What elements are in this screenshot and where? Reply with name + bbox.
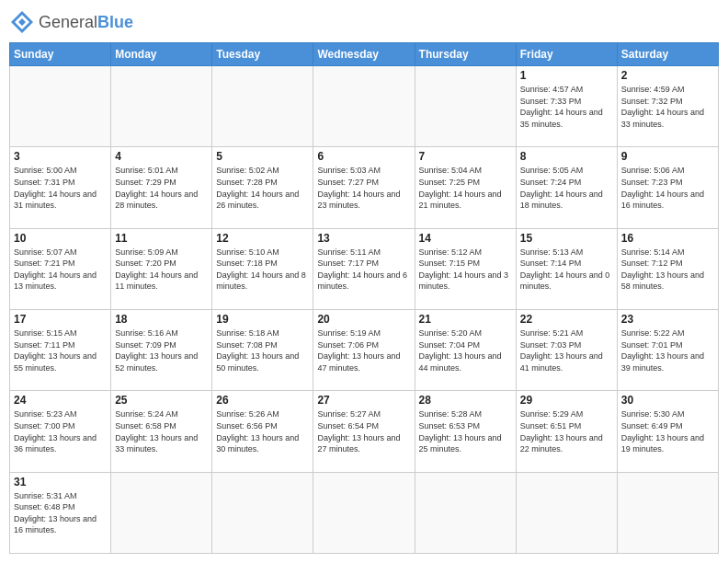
- calendar-week-row: 10Sunrise: 5:07 AM Sunset: 7:21 PM Dayli…: [10, 228, 719, 309]
- calendar-day-cell: 16Sunrise: 5:14 AM Sunset: 7:12 PM Dayli…: [617, 228, 718, 309]
- calendar-day-cell: 31Sunrise: 5:31 AM Sunset: 6:48 PM Dayli…: [10, 472, 111, 553]
- calendar-day-cell: 12Sunrise: 5:10 AM Sunset: 7:18 PM Dayli…: [212, 228, 313, 309]
- calendar-day-cell: 15Sunrise: 5:13 AM Sunset: 7:14 PM Dayli…: [516, 228, 617, 309]
- day-number: 20: [317, 313, 410, 326]
- day-number: 8: [520, 150, 613, 163]
- calendar-header-row: SundayMondayTuesdayWednesdayThursdayFrid…: [10, 43, 719, 66]
- day-info: Sunrise: 5:16 AM Sunset: 7:09 PM Dayligh…: [115, 327, 208, 373]
- calendar-week-row: 24Sunrise: 5:23 AM Sunset: 7:00 PM Dayli…: [10, 391, 719, 472]
- day-number: 23: [621, 313, 714, 326]
- calendar-day-cell: [313, 472, 415, 553]
- day-number: 16: [621, 232, 714, 245]
- day-info: Sunrise: 5:14 AM Sunset: 7:12 PM Dayligh…: [621, 247, 714, 293]
- day-number: 1: [520, 69, 613, 82]
- calendar-day-cell: [516, 472, 617, 553]
- day-number: 13: [317, 232, 410, 245]
- calendar-day-cell: [415, 66, 516, 147]
- day-number: 3: [14, 150, 107, 163]
- day-number: 10: [14, 232, 107, 245]
- calendar-day-cell: 4Sunrise: 5:01 AM Sunset: 7:29 PM Daylig…: [111, 147, 212, 228]
- day-number: 9: [621, 150, 714, 163]
- day-info: Sunrise: 5:22 AM Sunset: 7:01 PM Dayligh…: [621, 327, 714, 373]
- calendar-day-cell: 27Sunrise: 5:27 AM Sunset: 6:54 PM Dayli…: [313, 391, 415, 472]
- day-of-week-header: Tuesday: [212, 43, 313, 66]
- day-of-week-header: Wednesday: [313, 43, 415, 66]
- calendar-day-cell: 24Sunrise: 5:23 AM Sunset: 7:00 PM Dayli…: [10, 391, 111, 472]
- day-info: Sunrise: 5:27 AM Sunset: 6:54 PM Dayligh…: [317, 408, 410, 454]
- day-info: Sunrise: 5:07 AM Sunset: 7:21 PM Dayligh…: [14, 247, 107, 293]
- day-number: 18: [115, 313, 208, 326]
- calendar-day-cell: 20Sunrise: 5:19 AM Sunset: 7:06 PM Dayli…: [313, 309, 415, 390]
- calendar-day-cell: [10, 66, 111, 147]
- day-info: Sunrise: 5:02 AM Sunset: 7:28 PM Dayligh…: [216, 165, 309, 211]
- day-of-week-header: Monday: [111, 43, 212, 66]
- day-info: Sunrise: 5:29 AM Sunset: 6:51 PM Dayligh…: [520, 408, 613, 454]
- day-number: 28: [419, 394, 512, 407]
- calendar-day-cell: 22Sunrise: 5:21 AM Sunset: 7:03 PM Dayli…: [516, 309, 617, 390]
- calendar-week-row: 3Sunrise: 5:00 AM Sunset: 7:31 PM Daylig…: [10, 147, 719, 228]
- day-number: 31: [14, 476, 107, 488]
- calendar-day-cell: 10Sunrise: 5:07 AM Sunset: 7:21 PM Dayli…: [10, 228, 111, 309]
- day-info: Sunrise: 5:19 AM Sunset: 7:06 PM Dayligh…: [317, 327, 410, 373]
- day-info: Sunrise: 5:23 AM Sunset: 7:00 PM Dayligh…: [14, 408, 107, 454]
- calendar-day-cell: [111, 472, 212, 553]
- calendar-day-cell: 13Sunrise: 5:11 AM Sunset: 7:17 PM Dayli…: [313, 228, 415, 309]
- day-number: 26: [216, 394, 309, 407]
- day-info: Sunrise: 5:30 AM Sunset: 6:49 PM Dayligh…: [621, 408, 714, 454]
- day-info: Sunrise: 5:20 AM Sunset: 7:04 PM Dayligh…: [419, 327, 512, 373]
- calendar-table: SundayMondayTuesdayWednesdayThursdayFrid…: [9, 42, 719, 554]
- day-of-week-header: Saturday: [617, 43, 718, 66]
- header: GeneralBlue: [9, 9, 719, 35]
- calendar-day-cell: 14Sunrise: 5:12 AM Sunset: 7:15 PM Dayli…: [415, 228, 516, 309]
- day-info: Sunrise: 5:12 AM Sunset: 7:15 PM Dayligh…: [419, 247, 512, 293]
- calendar-day-cell: 19Sunrise: 5:18 AM Sunset: 7:08 PM Dayli…: [212, 309, 313, 390]
- day-number: 6: [317, 150, 410, 163]
- calendar-day-cell: 29Sunrise: 5:29 AM Sunset: 6:51 PM Dayli…: [516, 391, 617, 472]
- calendar-day-cell: [313, 66, 415, 147]
- day-of-week-header: Friday: [516, 43, 617, 66]
- day-info: Sunrise: 5:28 AM Sunset: 6:53 PM Dayligh…: [419, 408, 512, 454]
- day-number: 27: [317, 394, 410, 407]
- calendar-day-cell: 11Sunrise: 5:09 AM Sunset: 7:20 PM Dayli…: [111, 228, 212, 309]
- day-of-week-header: Sunday: [10, 43, 111, 66]
- day-number: 5: [216, 150, 309, 163]
- day-number: 30: [621, 394, 714, 407]
- day-info: Sunrise: 5:00 AM Sunset: 7:31 PM Dayligh…: [14, 165, 107, 211]
- day-number: 24: [14, 394, 107, 407]
- day-info: Sunrise: 5:10 AM Sunset: 7:18 PM Dayligh…: [216, 247, 309, 293]
- calendar-day-cell: 30Sunrise: 5:30 AM Sunset: 6:49 PM Dayli…: [617, 391, 718, 472]
- day-info: Sunrise: 5:26 AM Sunset: 6:56 PM Dayligh…: [216, 408, 309, 454]
- day-number: 2: [621, 69, 714, 82]
- day-info: Sunrise: 5:24 AM Sunset: 6:58 PM Dayligh…: [115, 408, 208, 454]
- calendar-day-cell: 2Sunrise: 4:59 AM Sunset: 7:32 PM Daylig…: [617, 66, 718, 147]
- calendar-day-cell: [111, 66, 212, 147]
- calendar-day-cell: 9Sunrise: 5:06 AM Sunset: 7:23 PM Daylig…: [617, 147, 718, 228]
- day-number: 22: [520, 313, 613, 326]
- calendar-day-cell: 17Sunrise: 5:15 AM Sunset: 7:11 PM Dayli…: [10, 309, 111, 390]
- day-number: 14: [419, 232, 512, 245]
- day-of-week-header: Thursday: [415, 43, 516, 66]
- calendar-day-cell: 6Sunrise: 5:03 AM Sunset: 7:27 PM Daylig…: [313, 147, 415, 228]
- calendar-day-cell: 3Sunrise: 5:00 AM Sunset: 7:31 PM Daylig…: [10, 147, 111, 228]
- calendar-day-cell: 23Sunrise: 5:22 AM Sunset: 7:01 PM Dayli…: [617, 309, 718, 390]
- day-number: 11: [115, 232, 208, 245]
- day-info: Sunrise: 4:59 AM Sunset: 7:32 PM Dayligh…: [621, 84, 714, 130]
- day-info: Sunrise: 5:18 AM Sunset: 7:08 PM Dayligh…: [216, 327, 309, 373]
- calendar-week-row: 17Sunrise: 5:15 AM Sunset: 7:11 PM Dayli…: [10, 309, 719, 390]
- logo: GeneralBlue: [9, 9, 133, 35]
- calendar-day-cell: 7Sunrise: 5:04 AM Sunset: 7:25 PM Daylig…: [415, 147, 516, 228]
- logo-icon: [9, 9, 35, 35]
- calendar-day-cell: [212, 472, 313, 553]
- calendar-day-cell: 21Sunrise: 5:20 AM Sunset: 7:04 PM Dayli…: [415, 309, 516, 390]
- calendar-day-cell: 18Sunrise: 5:16 AM Sunset: 7:09 PM Dayli…: [111, 309, 212, 390]
- calendar-day-cell: 26Sunrise: 5:26 AM Sunset: 6:56 PM Dayli…: [212, 391, 313, 472]
- day-number: 7: [419, 150, 512, 163]
- day-info: Sunrise: 5:21 AM Sunset: 7:03 PM Dayligh…: [520, 327, 613, 373]
- calendar-day-cell: 5Sunrise: 5:02 AM Sunset: 7:28 PM Daylig…: [212, 147, 313, 228]
- day-info: Sunrise: 5:01 AM Sunset: 7:29 PM Dayligh…: [115, 165, 208, 211]
- day-info: Sunrise: 5:03 AM Sunset: 7:27 PM Dayligh…: [317, 165, 410, 211]
- day-info: Sunrise: 5:15 AM Sunset: 7:11 PM Dayligh…: [14, 327, 107, 373]
- day-number: 19: [216, 313, 309, 326]
- calendar-week-row: 31Sunrise: 5:31 AM Sunset: 6:48 PM Dayli…: [10, 472, 719, 553]
- day-info: Sunrise: 5:06 AM Sunset: 7:23 PM Dayligh…: [621, 165, 714, 211]
